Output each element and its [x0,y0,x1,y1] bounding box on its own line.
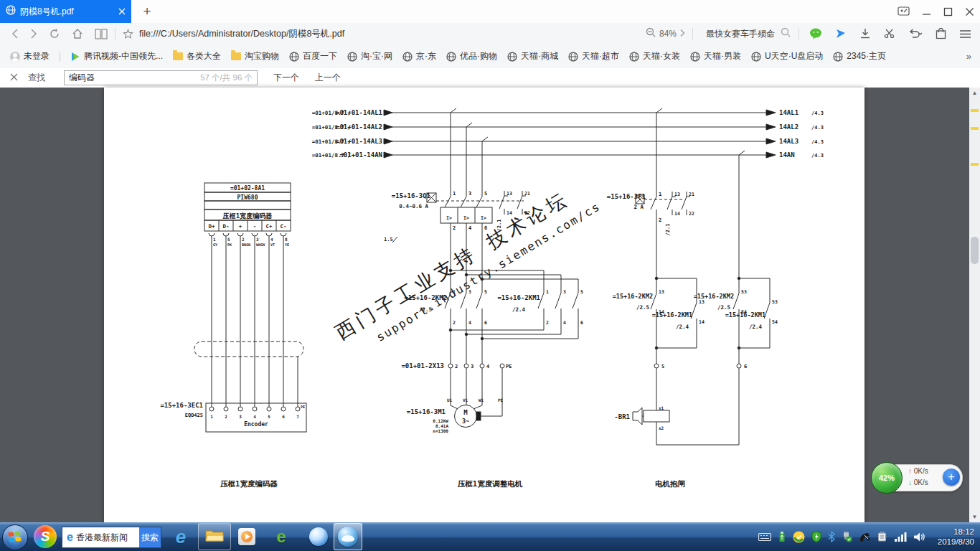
download-icon[interactable] [859,28,871,39]
blue-ball-browser-icon[interactable] [308,525,329,548]
contact-number: 2 [453,320,456,326]
divider [60,52,60,62]
url-text[interactable]: file:///C:/Users/Administrator/Desktop/阴… [139,28,344,40]
add-button[interactable]: + [943,468,960,486]
caption-encoder: 压框1宽度编码器 [220,479,278,488]
scissors-icon[interactable] [884,28,895,39]
contact-number: 4 [468,320,471,326]
rail-out: 14AL1 [779,109,798,116]
pe-label: PE [301,405,305,409]
memory-percent-ball[interactable]: 42% [871,462,903,494]
bookmark-folder-1[interactable]: 各类大全 [173,50,221,62]
network-signal-icon[interactable] [895,532,907,542]
close-button[interactable] [965,7,974,17]
bookmark-tmall-men[interactable]: 天猫·男装 [690,50,741,62]
bookmarks-overflow-chevron[interactable]: » [966,51,971,62]
bookmark-youpin[interactable]: 优品·购物 [446,50,497,62]
scrollbar-thumb[interactable] [971,237,979,264]
schematic-drawing: 西门子工业支持 技术论坛 support.industry.siemens.co… [104,88,864,522]
tab-close-icon[interactable] [118,5,126,18]
taskbar-search-text[interactable]: 香港最新新闻 [76,532,139,544]
vertical-scrollbar[interactable]: ▲ ▼ [969,88,980,522]
zoom-out-icon[interactable] [646,27,656,40]
pdf-viewer: 西门子工业支持 技术论坛 support.industry.siemens.co… [0,88,980,522]
keyboard-icon[interactable] [758,532,771,542]
find-close-icon[interactable] [10,72,18,83]
network-speeds: ↑ 0K/s ↓ 0K/s [908,466,928,489]
bookmark-taobao[interactable]: 淘·宝·网 [347,50,392,62]
ie-icon[interactable]: e [170,525,192,548]
bookmark-label: 天猫·女装 [643,50,680,62]
contact-number: 1 [659,192,661,197]
maximize-button[interactable] [943,7,953,17]
bookmark-tmall-mall[interactable]: 天猫·商城 [507,50,558,62]
contact-number: 54 [741,309,747,315]
explorer-taskbar-button[interactable] [198,523,231,550]
device-tag: =15+16-3EC1 [160,402,203,409]
scroll-up-arrow[interactable]: ▲ [969,88,980,98]
terminal-number: 2 [455,364,458,369]
find-prev-button[interactable]: 上一个 [315,72,341,84]
zoom-in-chevron-icon[interactable] [679,29,685,39]
menu-icon[interactable] [959,29,971,39]
undo-icon[interactable] [908,28,923,39]
home-icon[interactable] [72,28,83,39]
favorite-star-icon[interactable] [123,29,133,39]
breaker-rating: 2 A [633,204,644,210]
refresh-icon[interactable] [49,28,60,39]
volume-icon[interactable] [913,532,925,542]
power-rails [384,108,776,158]
shield-lightning-icon[interactable] [811,531,821,542]
bookmark-folder-2[interactable]: 淘宝购物 [231,50,279,62]
drawing-board-icon[interactable] [897,6,910,17]
start-button[interactable] [2,524,28,550]
media-player-icon[interactable] [237,525,257,548]
taskbar-clock[interactable]: 18:12 2019/8/30 [938,527,974,547]
forward-icon[interactable] [30,28,37,39]
globe-icon [347,52,357,62]
minimize-button[interactable] [922,7,931,17]
overload-symbol: I> [481,215,486,221]
bookmark-tencent-video[interactable]: 腾讯视频-中国领先... [70,50,163,62]
terminal-number: 5 [661,364,664,369]
scroll-down-arrow[interactable]: ▼ [969,512,980,522]
satellite-dish-icon[interactable] [859,532,871,542]
bluetooth-icon[interactable] [828,531,835,542]
sogou-browser-icon[interactable]: S [34,525,57,548]
contact-number: 1 [546,289,549,295]
bookmark-baidu[interactable]: 百度一下 [289,50,337,62]
antivirus-ball-icon[interactable] [793,531,805,543]
collect-bag-icon[interactable] [936,28,946,39]
share-pointer-icon[interactable] [835,28,847,39]
speed-ball-widget[interactable]: 42% ↑ 0K/s ↓ 0K/s + [871,462,963,492]
back-icon[interactable] [11,28,19,39]
power-plug-icon[interactable] [877,531,888,542]
taskbar-search-band[interactable]: e 香港最新新闻 搜索 [62,527,161,548]
terminal-label: D- [222,223,229,230]
zoom-level: 84% [659,29,677,39]
wechat-icon[interactable] [809,28,822,39]
reading-view-icon[interactable] [95,29,108,39]
contact-number: 1 [453,191,456,197]
bookmark-login[interactable]: 未登录 [10,50,50,62]
usb-drive-icon[interactable] [778,531,786,542]
bookmark-usky[interactable]: U天空·U盘启动 [751,50,823,62]
download-speed: 0K/s [914,479,928,486]
find-next-button[interactable]: 下一个 [273,72,299,84]
bookmark-tmall-market[interactable]: 天猫·超市 [568,50,619,62]
new-tab-button[interactable]: + [138,2,156,21]
qq-browser-taskbar-button[interactable] [334,523,362,550]
search-icon[interactable] [781,27,791,40]
bookmark-tmall-women[interactable]: 天猫·女装 [629,50,680,62]
bookmark-2345[interactable]: 2345·主页 [833,50,886,62]
window-controls [897,0,974,23]
pin-number: 2 [242,237,245,242]
contactor-tag: =15+16-2KM1 [497,294,540,301]
divider [798,28,799,39]
taskbar-search-button[interactable]: 搜索 [139,527,161,547]
bookmark-jd[interactable]: 京·东 [402,50,436,62]
usb-eject-icon[interactable] [842,531,852,542]
green-browser-icon[interactable]: e [271,525,291,548]
browser-tab[interactable]: 阴模8号机.pdf [0,0,131,23]
find-input-box[interactable]: 57 个/共 96 个 [64,70,258,85]
